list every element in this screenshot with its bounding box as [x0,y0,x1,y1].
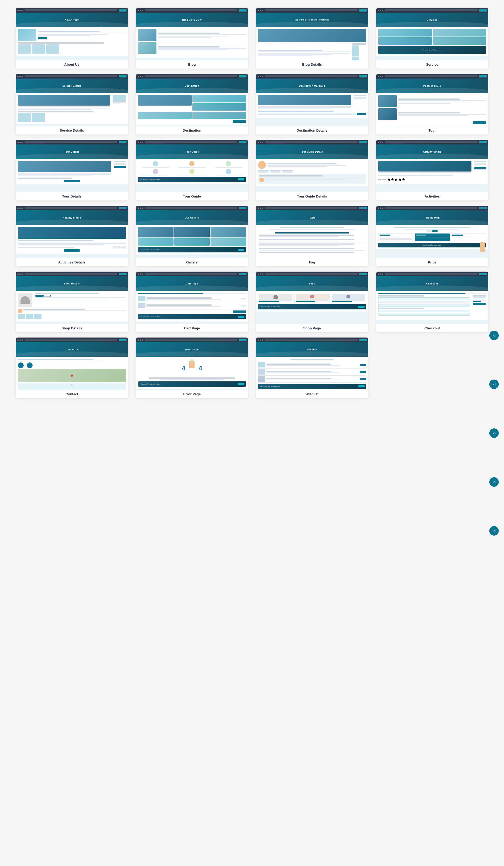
main-container: About Tour About Us [0,0,504,411]
preview-service: Services Amazing Travel Experiences [376,8,489,60]
label-checkout: Checkout [423,324,441,332]
card-about-us[interactable]: About Tour About Us [16,8,128,68]
label-tour-guide: Tour Guide [182,192,202,200]
label-blog-details: Blog Details [301,60,323,68]
preview-destination: Destination [136,74,248,126]
label-shop-details: Shop Details [60,324,83,332]
preview-gallery: Our Gallery Get Updated The Latest Newsl… [136,206,248,258]
label-destination: Destination [182,126,202,134]
card-gallery[interactable]: Our Gallery Get Updated The Latest Newsl… [136,206,248,266]
preview-blog: Blog Lists View [136,8,248,60]
label-error: Error Page [182,390,202,398]
label-service: Service [425,60,439,68]
preview-destination-details: Destination Maldives [256,74,368,126]
preview-about-us: About Tour [16,8,128,60]
card-service[interactable]: Services Amazing Travel Experiences Serv… [376,8,489,68]
preview-tour-guide: Tour Guide Get Updated The Latest Newsle… [136,140,248,192]
preview-shop-details: Shop Details [16,271,128,324]
label-service-details: Service Details [59,126,85,134]
sidebar-dot-3[interactable] [489,429,499,438]
card-destination[interactable]: Destination [136,74,248,134]
row-6: Contact Us [16,337,488,398]
label-tour-guide-details: Tour Guide Details [296,192,328,200]
preview-blog-details: Exploring Local Island in Maldives [256,8,368,60]
label-activities: Activities [423,192,441,200]
label-wishlist: Wishlist [305,390,320,398]
row-1: About Tour About Us [16,8,488,68]
preview-faq: FAQs [256,206,368,258]
right-sidebar [489,331,499,535]
preview-wishlist: Wishlist Get Updated The Latest Newslett… [256,337,368,390]
card-shop-details[interactable]: Shop Details [16,271,128,332]
sidebar-dot-4[interactable] [489,477,499,487]
preview-contact: Contact Us [16,337,128,390]
preview-activities-details: Activity Single [16,206,128,258]
row-3: Tour Details [16,140,488,200]
label-shop: Shop Page [302,324,322,332]
card-service-details[interactable]: Service Details [16,74,128,134]
sidebar-dot-1[interactable] [489,331,499,340]
preview-tour-guide-details: Tour Guide Details [256,140,368,192]
card-faq[interactable]: FAQs Faq [256,206,368,266]
row-5: Shop Details [16,271,488,332]
label-destination-details: Destination Details [296,126,328,134]
label-gallery: Gallery [185,258,199,266]
label-tour-details: Tour Details [61,192,83,200]
label-activities-details: Activities Details [57,258,87,266]
label-cart: Cart Page [183,324,201,332]
preview-shop: Shop [256,271,368,324]
preview-service-details: Service Details [16,74,128,126]
label-about-us: About Us [63,60,81,68]
label-faq: Faq [308,258,316,266]
preview-price: Pricing Plan [376,206,489,258]
card-tour-guide-details[interactable]: Tour Guide Details [256,140,368,200]
sidebar-dot-5[interactable] [489,526,499,535]
card-blog-details[interactable]: Exploring Local Island in Maldives [256,8,368,68]
preview-tour: Popular Tours [376,74,489,126]
card-error[interactable]: Error Page 4 4 [136,337,248,398]
card-shop[interactable]: Shop [256,271,368,332]
card-activities-details[interactable]: Activity Single [16,206,128,266]
card-destination-details[interactable]: Destination Maldives [256,74,368,134]
card-tour[interactable]: Popular Tours Tour [376,74,489,134]
row-4: Activity Single [16,206,488,266]
card-activities[interactable]: Activity Single [376,140,489,200]
label-tour: Tour [427,126,437,134]
preview-tour-details: Tour Details [16,140,128,192]
card-checkout[interactable]: Checkout [376,271,489,332]
label-blog: Blog [187,60,197,68]
card-contact[interactable]: Contact Us [16,337,128,398]
label-price: Price [427,258,437,266]
preview-error: Error Page 4 4 [136,337,248,390]
card-tour-details[interactable]: Tour Details [16,140,128,200]
card-price[interactable]: Pricing Plan [376,206,489,266]
card-tour-guide[interactable]: Tour Guide Get Updated The Latest Newsle… [136,140,248,200]
sidebar-dot-2[interactable] [489,379,499,389]
label-contact: Contact [65,390,79,398]
row-2: Service Details [16,74,488,134]
card-wishlist[interactable]: Wishlist Get Updated The Latest Newslett… [256,337,368,398]
preview-cart: Cart Page Get Updated The Latest Newslet… [136,271,248,324]
preview-checkout: Checkout [376,271,489,324]
card-blog[interactable]: Blog Lists View Blog [136,8,248,68]
preview-activities: Activity Single [376,140,489,192]
card-cart[interactable]: Cart Page Get Updated The Latest Newslet… [136,271,248,332]
